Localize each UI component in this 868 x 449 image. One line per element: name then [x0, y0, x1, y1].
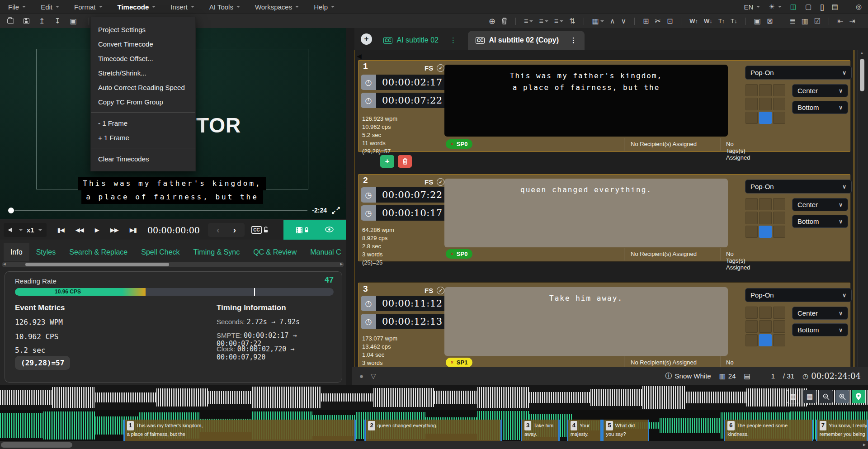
grid-cell[interactable]: [759, 98, 771, 110]
zoom-out-button[interactable]: [819, 390, 833, 403]
speaker-badge[interactable]: ×SP1: [446, 358, 472, 367]
style-select[interactable]: Pop-On∨: [745, 66, 852, 80]
menu-item-copy-tc-from-group[interactable]: Copy TC From Group: [91, 95, 195, 109]
menu-insert[interactable]: Insert: [170, 3, 194, 11]
chevron-down-icon[interactable]: [19, 229, 23, 233]
tab-scrollbar[interactable]: ◂ ▸: [2, 262, 344, 267]
grid-cell[interactable]: [745, 84, 758, 96]
insert-event-button[interactable]: +: [380, 155, 394, 168]
cc-icon[interactable]: CC: [251, 226, 261, 234]
tab-ai-subtitle-02-copy[interactable]: CC AI subtitle 02 (Copy) ⋮: [468, 31, 585, 50]
grid-view-button[interactable]: ▦: [592, 18, 604, 25]
menu-format[interactable]: Format: [74, 3, 103, 11]
waveform-scrollbar[interactable]: ▸: [0, 441, 868, 449]
scroll-left-icon[interactable]: ◂: [3, 261, 6, 267]
keyboard-button[interactable]: ▦: [803, 390, 816, 403]
grid-cell[interactable]: [745, 98, 758, 110]
monitor-icon[interactable]: ▢: [805, 3, 811, 11]
play-button[interactable]: ▶: [95, 227, 99, 233]
position-grid[interactable]: [745, 84, 785, 124]
chevron-down-icon[interactable]: [38, 229, 42, 233]
grid-cell[interactable]: [773, 212, 785, 224]
remove-box-button[interactable]: ⊠: [767, 18, 773, 25]
menu-item-convert-timecode[interactable]: Convert Timecode: [91, 37, 195, 51]
grid-cell[interactable]: [745, 226, 758, 238]
text-down-button[interactable]: T↓: [731, 18, 737, 24]
help-ring-icon[interactable]: ◎: [856, 3, 862, 11]
tab-styles[interactable]: Styles: [29, 243, 63, 261]
merge-events-button[interactable]: ▣: [754, 18, 761, 25]
fullscreen-icon[interactable]: ↗↙: [331, 206, 340, 214]
shift-left-button[interactable]: ⇤: [837, 18, 843, 25]
menu-workspaces[interactable]: Workspaces: [255, 3, 299, 11]
subtitle-text-preview[interactable]: queen changed everything.: [444, 179, 728, 247]
clipboard-check-button[interactable]: ⊡: [667, 18, 673, 25]
save-button[interactable]: [24, 18, 29, 24]
tab-timing-sync[interactable]: Timing & Sync: [187, 243, 247, 261]
snapshot-button[interactable]: ▣: [70, 18, 77, 25]
word-down-button[interactable]: W↓: [704, 18, 712, 24]
scrollbar-thumb[interactable]: [1, 442, 72, 448]
recipient-label[interactable]: No Recipient(s) Assigned: [631, 141, 697, 147]
grid-cell-active[interactable]: [759, 334, 771, 346]
grid-cell[interactable]: [745, 320, 758, 332]
waveform-block-6[interactable]: 6The people need somekindness.: [724, 420, 813, 441]
position-grid[interactable]: [745, 198, 785, 238]
start-timecode-field[interactable]: ◷00:00:02:17: [361, 75, 458, 90]
preview-eye-button[interactable]: [325, 226, 334, 234]
prev-event-button[interactable]: ‹: [217, 225, 220, 235]
notes-button[interactable]: ▤: [787, 390, 800, 403]
menu-item-project-settings[interactable]: Project Settings: [91, 22, 195, 37]
grid-cell[interactable]: [745, 112, 758, 124]
halign-select[interactable]: Center∨: [792, 307, 848, 320]
fast-forward-button[interactable]: ▶▶: [110, 227, 118, 233]
delete-event-button[interactable]: [501, 18, 507, 24]
skip-end-button[interactable]: ▶▮: [130, 227, 137, 233]
validate-button[interactable]: ☑: [814, 18, 821, 25]
scroll-right-icon[interactable]: ▸: [863, 441, 866, 448]
grid-cell[interactable]: [745, 334, 758, 346]
text-up-button[interactable]: T↑: [718, 18, 725, 24]
cut-button[interactable]: ✂: [655, 18, 661, 25]
waveform-block-3[interactable]: 3Take himaway.: [521, 420, 560, 441]
status-indicator-icon[interactable]: ●: [359, 372, 363, 380]
check-circle-icon[interactable]: [437, 287, 444, 294]
grid-cell[interactable]: [773, 320, 785, 332]
position-grid[interactable]: [745, 307, 785, 346]
end-timecode-field[interactable]: ◷00:00:10:17: [361, 205, 458, 221]
collapse-left-icon[interactable]: ◀: [357, 52, 362, 60]
event-row-1[interactable]: 1 FS ◷00:00:02:17 ◷00:00:07:22 126.923 w…: [358, 60, 850, 152]
seek-track[interactable]: [14, 210, 307, 211]
tags-label[interactable]: No Tags(s) Assigned: [726, 250, 750, 271]
style-select[interactable]: Pop-On∨: [745, 180, 852, 194]
grid-cell[interactable]: [745, 212, 758, 224]
close-icon[interactable]: ×: [451, 251, 453, 256]
language-selector[interactable]: EN: [744, 3, 760, 11]
grid-cell[interactable]: [759, 320, 771, 332]
waveform-block-4[interactable]: 4Yourmajesty.: [567, 420, 602, 441]
menu-item-timecode-offset[interactable]: Timecode Offset...: [91, 51, 195, 66]
tab-ai-subtitle-02[interactable]: CC AI subtitle 02 ⋮: [376, 31, 464, 50]
waveform-detail[interactable]: 1This was my father's kingdom,a place of…: [0, 410, 868, 441]
fullscreen-brackets-icon[interactable]: [ ]: [820, 3, 823, 11]
grid-cell-active[interactable]: [759, 112, 771, 124]
waveform-overview[interactable]: [0, 385, 868, 410]
waveform-block-5[interactable]: 5What didyou say?: [602, 420, 649, 441]
grid-cell[interactable]: [773, 198, 785, 210]
locate-button[interactable]: [852, 390, 865, 403]
scroll-right-icon[interactable]: ▸: [340, 261, 343, 267]
align-right-button[interactable]: ≡: [554, 18, 563, 25]
word-up-button[interactable]: W↑: [689, 18, 698, 24]
unlock-icon[interactable]: [263, 227, 269, 233]
menu-edit[interactable]: Edit: [41, 3, 59, 11]
zoom-in-button[interactable]: [835, 390, 849, 403]
open-project-button[interactable]: [7, 19, 14, 24]
subtitle-text-preview[interactable]: Take him away.: [444, 287, 728, 356]
rewind-button[interactable]: ◀◀: [75, 227, 84, 233]
align-center-button[interactable]: ≡: [539, 18, 548, 25]
menu-help[interactable]: Help: [314, 3, 335, 11]
grid-cell[interactable]: [773, 84, 785, 96]
grid-cell[interactable]: [759, 307, 771, 319]
grid-cell[interactable]: [745, 198, 758, 210]
scrollbar-thumb[interactable]: [860, 59, 864, 91]
